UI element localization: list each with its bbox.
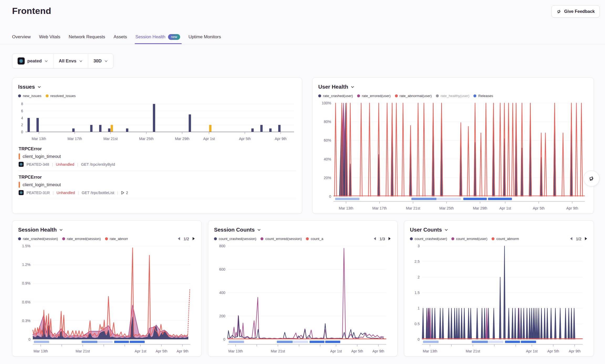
legend-item-count-crashed-user[interactable]: count_crashed(user) [410,237,447,241]
svg-text:8: 8 [21,102,23,106]
svg-text:Apr 5th: Apr 5th [239,137,251,141]
svg-text:Mar 21st: Mar 21st [271,349,285,353]
date-range-value: 30D [93,58,102,64]
legend-item-rate-healthy-user[interactable]: rate_healthy(user) [436,94,470,98]
pager-next-button[interactable] [584,237,588,241]
issue-level-bar [19,153,20,159]
svg-text:600: 600 [219,267,226,271]
legend-item-releases[interactable]: Releases [473,94,493,98]
legend-item-count-errored-user[interactable]: count_errored(user) [451,237,487,241]
session-counts-legend: count_crashed(session) count_errored(ses… [214,237,370,241]
legend-item-new-issues[interactable]: new_issues [18,94,41,98]
environment-selector[interactable]: All Envs [54,54,88,68]
session-counts-panel: Session Counts count_crashed(session) co… [208,220,398,357]
svg-text:1: 1 [418,306,420,310]
pager-prev-button[interactable] [373,237,377,241]
chevron-down-icon [79,59,83,63]
issue-level-bar [19,182,20,188]
svg-text:Apr 5th: Apr 5th [351,349,363,353]
legend-item-count-errored-session[interactable]: count_errored(session) [260,237,302,241]
unhandled-badge: Unhandled [56,162,74,167]
issues-title-dropdown[interactable]: Issues [18,83,296,91]
user-health-title-dropdown[interactable]: User Health [318,83,588,91]
legend-item-rate-abnormal-session[interactable]: rate_abnorr [105,237,128,241]
tab-assets[interactable]: Assets [113,29,127,44]
tab-uptime-monitors[interactable]: Uptime Monitors [189,29,221,44]
chevron-down-icon [444,228,448,232]
svg-text:20%: 20% [324,176,331,180]
pager-next-button[interactable] [388,237,392,241]
svg-text:6: 6 [21,109,23,113]
user-counts-panel: User Counts count_crashed(user) count_er… [404,220,594,357]
project-selector[interactable]: peated [12,54,53,68]
svg-text:Mar 21st: Mar 21st [103,137,118,141]
svg-text:Apr 1st: Apr 1st [135,349,146,353]
pager-page-number: 1/2 [184,237,189,241]
svg-text:0: 0 [329,194,331,199]
project-selector-value: peated [27,58,42,64]
tab-network-requests[interactable]: Network Requests [69,29,105,44]
legend-item-count-abnormal-user[interactable]: count_abnorm [492,237,519,241]
date-range-selector[interactable]: 30D [88,54,113,68]
svg-text:800: 800 [219,244,226,248]
svg-text:Mar 29th: Mar 29th [473,206,487,210]
svg-text:2: 2 [418,275,420,279]
replay-count[interactable]: 2 [121,191,128,195]
pager-prev-button[interactable] [569,237,573,241]
svg-text:Apr 5th: Apr 5th [533,206,545,210]
svg-text:0: 0 [28,337,30,341]
panel-title: Issues [18,84,35,90]
new-badge: new [168,34,180,40]
svg-text:Apr 9th: Apr 9th [176,349,188,353]
legend-item-rate-abnormal-user[interactable]: rate_abnormal(user) [395,94,432,98]
tab-web-vitals[interactable]: Web Vitals [39,29,60,44]
svg-text:Mar 21st: Mar 21st [466,349,480,353]
svg-text:Mar 29th: Mar 29th [175,137,189,141]
tab-overview[interactable]: Overview [12,29,31,44]
issues-chart[interactable]: 02468Mar 13thMar 17thMar 21stMar 25thMar… [18,100,296,142]
svg-text:Mar 17th: Mar 17th [67,137,82,141]
svg-text:0: 0 [21,130,23,134]
floating-feedback-button[interactable] [583,170,599,186]
svg-text:4: 4 [21,116,23,120]
legend-item-rate-errored-session[interactable]: rate_errored(session) [62,237,101,241]
session-health-chart[interactable]: 00.3%0.6%0.9%1.2%1.5%Mar 13thMar 21stApr… [18,243,196,354]
issue-row[interactable]: TRPCError client_login_timeout PEATED-34… [18,142,296,171]
legend-item-count-crashed-session[interactable]: count_crashed(session) [214,237,256,241]
legend-item-resolved-issues[interactable]: resolved_issues [46,94,76,98]
meta-divider: | [53,191,54,195]
svg-text:Apr 1st: Apr 1st [499,206,511,210]
svg-text:0.5: 0.5 [415,322,420,326]
user-counts-chart[interactable]: 00.511.522.53Mar 13thMar 21stApr 1stApr … [410,243,588,354]
issue-message-link[interactable]: client_login_timeout [23,182,61,187]
svg-text:40%: 40% [324,157,331,161]
legend-item-rate-crashed-session[interactable]: rate_crashed(session) [18,237,58,241]
unhandled-badge: Unhandled [56,191,75,195]
pager-prev-button[interactable] [177,237,181,241]
svg-text:Apr 1st: Apr 1st [203,137,215,141]
pager-page-number: 1/2 [576,237,581,241]
legend-item-rate-errored-user[interactable]: rate_errored(user) [357,94,391,98]
issue-short-id: PEATED-31R [27,191,50,195]
svg-text:Apr 9th: Apr 9th [566,206,578,210]
user-counts-title-dropdown[interactable]: User Counts [410,226,588,234]
svg-text:Mar 17th: Mar 17th [372,206,387,210]
session-counts-chart[interactable]: 0200400600800Mar 13thMar 21stApr 1stApr … [214,243,392,354]
session-health-title-dropdown[interactable]: Session Health [18,226,196,234]
svg-text:Apr 5th: Apr 5th [155,349,167,353]
svg-text:0: 0 [223,337,225,341]
tab-session-health[interactable]: Session Health new [135,29,180,44]
issue-row[interactable]: TRPCError client_login_timeout PEATED-31… [18,171,296,199]
session-counts-title-dropdown[interactable]: Session Counts [214,226,392,234]
legend-item-rate-crashed-user[interactable]: rate_crashed(user) [318,94,353,98]
legend-item-count-abnormal-session[interactable]: count_a [306,237,323,241]
react-project-icon [19,190,24,195]
give-feedback-button[interactable]: Give Feedback [551,5,600,18]
chevron-down-icon [104,59,108,63]
legend-pager: 1/3 [373,237,392,241]
issue-message-link[interactable]: client_login_timeout [23,154,61,159]
svg-text:0.9%: 0.9% [22,281,30,285]
environment-selector-value: All Envs [59,58,76,64]
pager-next-button[interactable] [192,237,196,241]
user-health-chart[interactable]: 020%40%60%80%100%Mar 13thMar 17thMar 21s… [318,100,588,211]
